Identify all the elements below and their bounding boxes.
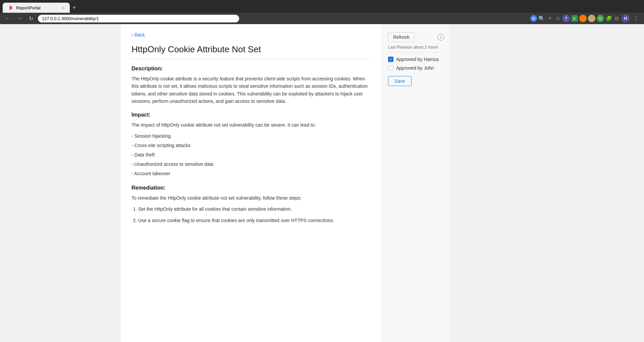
back-link[interactable]: ‹ Back (131, 32, 372, 38)
approval-john-checkbox[interactable] (388, 65, 393, 71)
extension-green2-icon[interactable]: G (597, 15, 604, 22)
description-heading: Description: (131, 66, 372, 72)
save-button[interactable]: Save (388, 76, 412, 86)
approval-john-label: Approved by John (396, 65, 434, 71)
user-profile-icon[interactable]: H (622, 14, 630, 22)
panel-header: Refresh i (388, 32, 444, 42)
list-item: - Cross-site scripting attacks (131, 141, 372, 150)
refresh-button[interactable]: Refresh (388, 32, 415, 42)
badge-number: 7 (565, 16, 567, 20)
remediation-heading: Remediation: (131, 185, 372, 191)
tab-title: ReportPortal (16, 5, 41, 10)
bookmark-icon[interactable]: ☆ (554, 15, 561, 22)
page: ‹ Back HttpOnly Cookie Attribute Not Set… (0, 24, 644, 342)
info-icon[interactable]: i (437, 34, 444, 41)
approval-hamza-item: Approved by Hamza (388, 57, 444, 62)
list-item: - Unauthorized access to sensitive data (131, 159, 372, 169)
description-text: The HttpOnly cookie attribute is a secur… (131, 75, 372, 105)
extension-orange-icon[interactable] (579, 15, 587, 22)
forward-nav-button[interactable]: → (15, 14, 24, 23)
approval-hamza-checkbox[interactable] (388, 57, 393, 62)
impact-heading: Impact: (131, 112, 372, 118)
browser-actions: G 🔍 ↗ ☆ 7 E G 🧩 ⊡ H ⋮ (530, 13, 641, 23)
impact-list: - Session hijacking - Cross-site scripti… (131, 131, 372, 178)
report-portal-icon (8, 5, 13, 10)
more-menu-button[interactable]: ⋮ (631, 13, 641, 23)
right-spacer (506, 24, 644, 342)
list-item: Set the HttpOnly attribute for all cooki… (138, 205, 372, 213)
content-area: ‹ Back HttpOnly Cookie Attribute Not Set… (121, 24, 382, 342)
refresh-nav-button[interactable]: ↻ (27, 14, 35, 23)
active-tab[interactable]: ReportPortal × (3, 3, 70, 13)
browser-tabs: ReportPortal × + (0, 0, 644, 13)
approval-hamza-label: Approved by Hamza (396, 57, 439, 62)
list-item: - Session hijacking (131, 131, 372, 141)
list-item: - Data theft (131, 150, 372, 159)
impact-intro: The impact of HttpOnly cookie attribute … (131, 121, 372, 129)
sidebar-panel: Refresh i Last Revision about 2 hours Ap… (382, 24, 449, 342)
main-container: ‹ Back HttpOnly Cookie Attribute Not Set… (121, 24, 506, 342)
list-item: Use a secure cookie flag to ensure that … (138, 216, 372, 225)
page-title: HttpOnly Cookie Attribute Not Set (131, 44, 372, 55)
remediation-intro: To remediate the HttpOnly cookie attribu… (131, 194, 372, 202)
profile-badge-icon[interactable]: 7 (562, 15, 570, 22)
back-nav-button[interactable]: ← (3, 14, 12, 23)
extension-green-icon[interactable]: E (571, 15, 578, 22)
browser-toolbar: ← → ↻ G 🔍 ↗ ☆ 7 E G 🧩 ⊡ (0, 13, 644, 24)
tab-close-button[interactable]: × (62, 5, 64, 10)
left-spacer (0, 24, 121, 342)
google-icon[interactable]: G (530, 15, 537, 22)
address-bar[interactable] (38, 15, 239, 22)
split-view-icon[interactable]: ⊡ (613, 15, 620, 22)
approval-john-item: Approved by John (388, 65, 444, 71)
remediation-list: Set the HttpOnly attribute for all cooki… (131, 205, 372, 224)
back-chevron-icon: ‹ (131, 32, 133, 38)
new-tab-button[interactable]: + (70, 3, 79, 13)
extension-tan-icon[interactable] (588, 15, 595, 22)
extensions-menu-icon[interactable]: 🧩 (605, 15, 612, 22)
last-revision-text: Last Revision about 2 hours (388, 45, 444, 53)
title-divider (131, 59, 372, 59)
list-item: - Account takeover (131, 169, 372, 178)
browser-chrome: ReportPortal × + ← → ↻ G 🔍 ↗ ☆ 7 E G (0, 0, 644, 24)
share-icon[interactable]: ↗ (546, 15, 553, 22)
search-icon[interactable]: 🔍 (538, 15, 545, 22)
